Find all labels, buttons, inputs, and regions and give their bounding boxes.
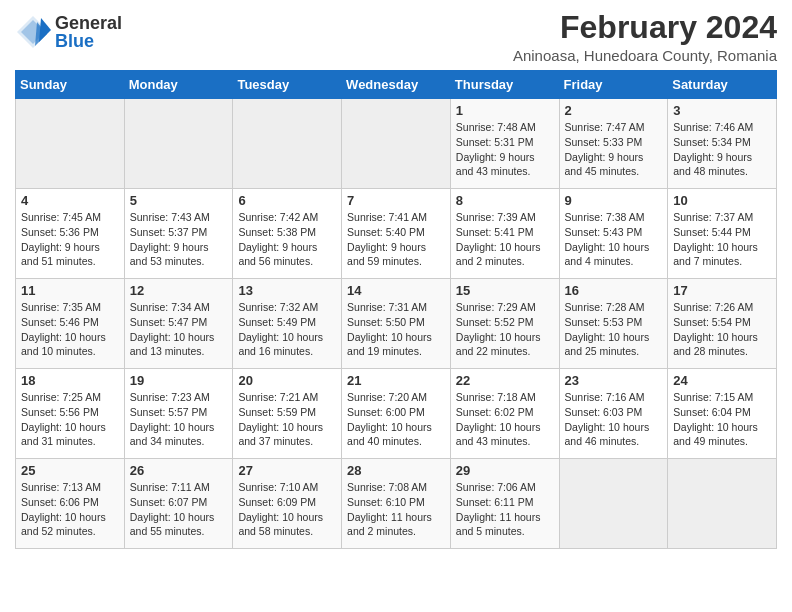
logo: General Blue <box>15 14 122 50</box>
header-tuesday: Tuesday <box>233 71 342 99</box>
day-info: Sunrise: 7:46 AMSunset: 5:34 PMDaylight:… <box>673 120 771 179</box>
calendar-cell: 25Sunrise: 7:13 AMSunset: 6:06 PMDayligh… <box>16 459 125 549</box>
calendar-cell: 12Sunrise: 7:34 AMSunset: 5:47 PMDayligh… <box>124 279 233 369</box>
day-info: Sunrise: 7:06 AMSunset: 6:11 PMDaylight:… <box>456 480 554 539</box>
day-info: Sunrise: 7:20 AMSunset: 6:00 PMDaylight:… <box>347 390 445 449</box>
calendar-cell <box>668 459 777 549</box>
calendar-cell: 4Sunrise: 7:45 AMSunset: 5:36 PMDaylight… <box>16 189 125 279</box>
day-number: 26 <box>130 463 228 478</box>
title-area: February 2024 Aninoasa, Hunedoara County… <box>513 10 777 64</box>
calendar-week-row: 18Sunrise: 7:25 AMSunset: 5:56 PMDayligh… <box>16 369 777 459</box>
calendar-cell: 27Sunrise: 7:10 AMSunset: 6:09 PMDayligh… <box>233 459 342 549</box>
logo-blue: Blue <box>55 32 122 50</box>
day-info: Sunrise: 7:34 AMSunset: 5:47 PMDaylight:… <box>130 300 228 359</box>
day-number: 15 <box>456 283 554 298</box>
calendar-cell <box>342 99 451 189</box>
day-number: 8 <box>456 193 554 208</box>
day-number: 9 <box>565 193 663 208</box>
day-info: Sunrise: 7:16 AMSunset: 6:03 PMDaylight:… <box>565 390 663 449</box>
calendar-cell: 7Sunrise: 7:41 AMSunset: 5:40 PMDaylight… <box>342 189 451 279</box>
day-number: 29 <box>456 463 554 478</box>
day-info: Sunrise: 7:11 AMSunset: 6:07 PMDaylight:… <box>130 480 228 539</box>
calendar-cell <box>559 459 668 549</box>
calendar-cell: 1Sunrise: 7:48 AMSunset: 5:31 PMDaylight… <box>450 99 559 189</box>
calendar-cell: 6Sunrise: 7:42 AMSunset: 5:38 PMDaylight… <box>233 189 342 279</box>
day-info: Sunrise: 7:29 AMSunset: 5:52 PMDaylight:… <box>456 300 554 359</box>
header-saturday: Saturday <box>668 71 777 99</box>
day-info: Sunrise: 7:31 AMSunset: 5:50 PMDaylight:… <box>347 300 445 359</box>
day-number: 20 <box>238 373 336 388</box>
day-number: 24 <box>673 373 771 388</box>
day-info: Sunrise: 7:08 AMSunset: 6:10 PMDaylight:… <box>347 480 445 539</box>
calendar-cell: 14Sunrise: 7:31 AMSunset: 5:50 PMDayligh… <box>342 279 451 369</box>
calendar-cell: 9Sunrise: 7:38 AMSunset: 5:43 PMDaylight… <box>559 189 668 279</box>
day-info: Sunrise: 7:47 AMSunset: 5:33 PMDaylight:… <box>565 120 663 179</box>
day-number: 4 <box>21 193 119 208</box>
calendar-cell: 23Sunrise: 7:16 AMSunset: 6:03 PMDayligh… <box>559 369 668 459</box>
calendar-cell <box>124 99 233 189</box>
day-number: 2 <box>565 103 663 118</box>
day-info: Sunrise: 7:28 AMSunset: 5:53 PMDaylight:… <box>565 300 663 359</box>
day-info: Sunrise: 7:26 AMSunset: 5:54 PMDaylight:… <box>673 300 771 359</box>
day-number: 6 <box>238 193 336 208</box>
calendar-cell: 19Sunrise: 7:23 AMSunset: 5:57 PMDayligh… <box>124 369 233 459</box>
day-number: 13 <box>238 283 336 298</box>
header-wednesday: Wednesday <box>342 71 451 99</box>
day-number: 23 <box>565 373 663 388</box>
header-sunday: Sunday <box>16 71 125 99</box>
day-number: 21 <box>347 373 445 388</box>
calendar-cell: 29Sunrise: 7:06 AMSunset: 6:11 PMDayligh… <box>450 459 559 549</box>
day-number: 22 <box>456 373 554 388</box>
calendar-cell: 13Sunrise: 7:32 AMSunset: 5:49 PMDayligh… <box>233 279 342 369</box>
day-number: 14 <box>347 283 445 298</box>
calendar-cell: 20Sunrise: 7:21 AMSunset: 5:59 PMDayligh… <box>233 369 342 459</box>
day-info: Sunrise: 7:48 AMSunset: 5:31 PMDaylight:… <box>456 120 554 179</box>
calendar-cell: 26Sunrise: 7:11 AMSunset: 6:07 PMDayligh… <box>124 459 233 549</box>
calendar-cell: 15Sunrise: 7:29 AMSunset: 5:52 PMDayligh… <box>450 279 559 369</box>
day-number: 7 <box>347 193 445 208</box>
day-info: Sunrise: 7:18 AMSunset: 6:02 PMDaylight:… <box>456 390 554 449</box>
day-number: 17 <box>673 283 771 298</box>
calendar-cell: 21Sunrise: 7:20 AMSunset: 6:00 PMDayligh… <box>342 369 451 459</box>
calendar-cell: 2Sunrise: 7:47 AMSunset: 5:33 PMDaylight… <box>559 99 668 189</box>
day-info: Sunrise: 7:35 AMSunset: 5:46 PMDaylight:… <box>21 300 119 359</box>
logo-general: General <box>55 14 122 32</box>
day-number: 1 <box>456 103 554 118</box>
day-info: Sunrise: 7:32 AMSunset: 5:49 PMDaylight:… <box>238 300 336 359</box>
calendar-table: Sunday Monday Tuesday Wednesday Thursday… <box>15 70 777 549</box>
day-number: 10 <box>673 193 771 208</box>
calendar-cell: 24Sunrise: 7:15 AMSunset: 6:04 PMDayligh… <box>668 369 777 459</box>
calendar-cell: 16Sunrise: 7:28 AMSunset: 5:53 PMDayligh… <box>559 279 668 369</box>
calendar-week-row: 1Sunrise: 7:48 AMSunset: 5:31 PMDaylight… <box>16 99 777 189</box>
calendar-cell: 11Sunrise: 7:35 AMSunset: 5:46 PMDayligh… <box>16 279 125 369</box>
svg-marker-3 <box>39 18 51 42</box>
day-number: 5 <box>130 193 228 208</box>
calendar-cell <box>16 99 125 189</box>
calendar-header-row: Sunday Monday Tuesday Wednesday Thursday… <box>16 71 777 99</box>
day-info: Sunrise: 7:38 AMSunset: 5:43 PMDaylight:… <box>565 210 663 269</box>
calendar-cell: 10Sunrise: 7:37 AMSunset: 5:44 PMDayligh… <box>668 189 777 279</box>
calendar-cell: 5Sunrise: 7:43 AMSunset: 5:37 PMDaylight… <box>124 189 233 279</box>
calendar-week-row: 25Sunrise: 7:13 AMSunset: 6:06 PMDayligh… <box>16 459 777 549</box>
day-info: Sunrise: 7:10 AMSunset: 6:09 PMDaylight:… <box>238 480 336 539</box>
day-number: 28 <box>347 463 445 478</box>
header-monday: Monday <box>124 71 233 99</box>
day-number: 19 <box>130 373 228 388</box>
day-number: 18 <box>21 373 119 388</box>
day-info: Sunrise: 7:21 AMSunset: 5:59 PMDaylight:… <box>238 390 336 449</box>
day-info: Sunrise: 7:42 AMSunset: 5:38 PMDaylight:… <box>238 210 336 269</box>
day-info: Sunrise: 7:41 AMSunset: 5:40 PMDaylight:… <box>347 210 445 269</box>
month-title: February 2024 <box>513 10 777 45</box>
calendar-cell: 17Sunrise: 7:26 AMSunset: 5:54 PMDayligh… <box>668 279 777 369</box>
day-number: 3 <box>673 103 771 118</box>
header-friday: Friday <box>559 71 668 99</box>
calendar-cell: 28Sunrise: 7:08 AMSunset: 6:10 PMDayligh… <box>342 459 451 549</box>
day-info: Sunrise: 7:45 AMSunset: 5:36 PMDaylight:… <box>21 210 119 269</box>
calendar-cell: 22Sunrise: 7:18 AMSunset: 6:02 PMDayligh… <box>450 369 559 459</box>
day-info: Sunrise: 7:39 AMSunset: 5:41 PMDaylight:… <box>456 210 554 269</box>
day-number: 25 <box>21 463 119 478</box>
calendar-cell: 18Sunrise: 7:25 AMSunset: 5:56 PMDayligh… <box>16 369 125 459</box>
calendar-cell: 3Sunrise: 7:46 AMSunset: 5:34 PMDaylight… <box>668 99 777 189</box>
day-info: Sunrise: 7:13 AMSunset: 6:06 PMDaylight:… <box>21 480 119 539</box>
day-number: 12 <box>130 283 228 298</box>
